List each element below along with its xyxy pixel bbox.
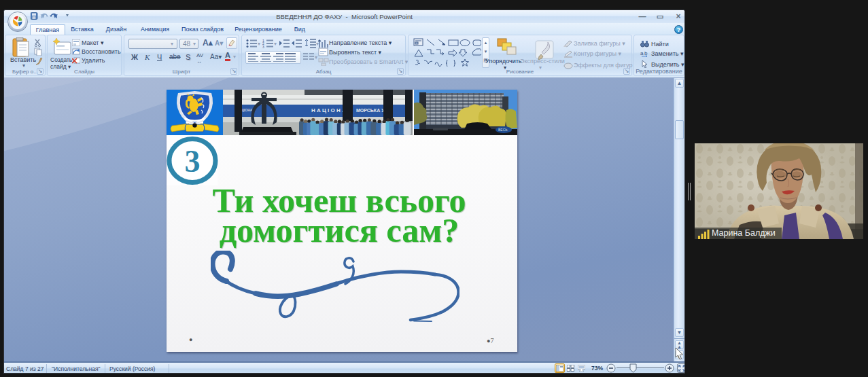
svg-text:МОРСЬКА УН: МОРСЬКА УН	[356, 108, 388, 113]
svg-text:3: 3	[262, 45, 264, 49]
svg-text:ВЕСЬ: ВЕСЬ	[498, 128, 508, 132]
svg-text:a: a	[640, 50, 644, 56]
svg-text:3: 3	[185, 144, 201, 179]
